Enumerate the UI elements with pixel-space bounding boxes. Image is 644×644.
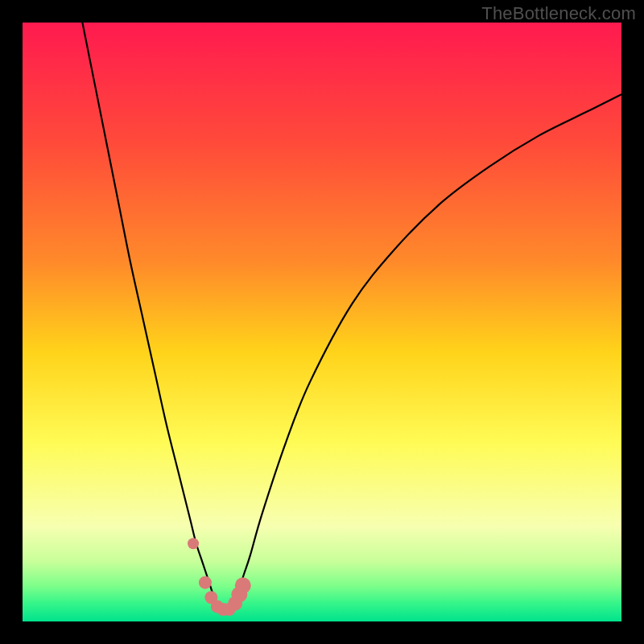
plot-area [23,23,621,621]
watermark-text: TheBottleneck.com [481,3,636,24]
gradient-background [23,23,621,621]
marker-dot [235,577,251,593]
marker-dot [188,538,199,549]
marker-dot [199,576,212,589]
outer-frame: TheBottleneck.com [0,0,644,644]
chart-svg [23,23,621,621]
